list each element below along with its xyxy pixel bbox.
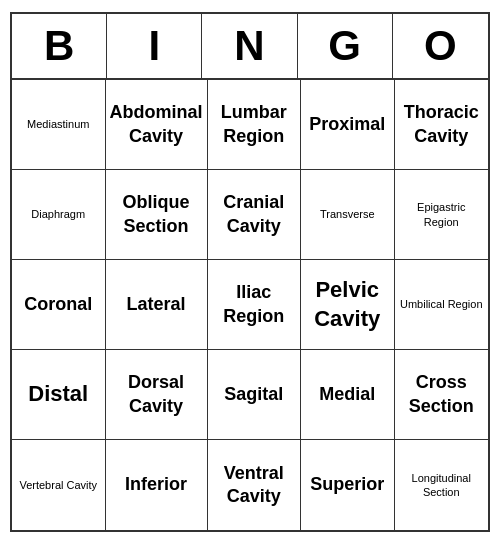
- cell-text: Superior: [310, 473, 384, 496]
- bingo-letter: I: [107, 14, 202, 78]
- bingo-cell: Distal: [12, 350, 106, 440]
- bingo-cell: Coronal: [12, 260, 106, 350]
- bingo-cell: Ventral Cavity: [208, 440, 302, 530]
- bingo-cell: Pelvic Cavity: [301, 260, 395, 350]
- cell-text: Transverse: [320, 207, 375, 221]
- bingo-cell: Diaphragm: [12, 170, 106, 260]
- cell-text: Dorsal Cavity: [110, 371, 203, 418]
- bingo-cell: Longitudinal Section: [395, 440, 489, 530]
- bingo-letter: B: [12, 14, 107, 78]
- bingo-cell: Epigastric Region: [395, 170, 489, 260]
- bingo-cell: Thoracic Cavity: [395, 80, 489, 170]
- cell-text: Coronal: [24, 293, 92, 316]
- bingo-cell: Lumbar Region: [208, 80, 302, 170]
- cell-text: Mediastinum: [27, 117, 89, 131]
- bingo-cell: Medial: [301, 350, 395, 440]
- cell-text: Distal: [28, 380, 88, 409]
- cell-text: Pelvic Cavity: [305, 276, 390, 333]
- bingo-cell: Abdominal Cavity: [106, 80, 208, 170]
- bingo-cell: Mediastinum: [12, 80, 106, 170]
- cell-text: Cross Section: [399, 371, 485, 418]
- cell-text: Sagital: [224, 383, 283, 406]
- cell-text: Cranial Cavity: [212, 191, 297, 238]
- bingo-cell: Superior: [301, 440, 395, 530]
- cell-text: Proximal: [309, 113, 385, 136]
- cell-text: Oblique Section: [110, 191, 203, 238]
- bingo-card: BINGO MediastinumAbdominal CavityLumbar …: [10, 12, 490, 532]
- bingo-cell: Umbilical Region: [395, 260, 489, 350]
- bingo-cell: Iliac Region: [208, 260, 302, 350]
- bingo-letter: N: [202, 14, 297, 78]
- cell-text: Lateral: [126, 293, 185, 316]
- cell-text: Inferior: [125, 473, 187, 496]
- cell-text: Vertebral Cavity: [19, 478, 97, 492]
- cell-text: Longitudinal Section: [399, 471, 485, 500]
- cell-text: Umbilical Region: [400, 297, 483, 311]
- cell-text: Diaphragm: [31, 207, 85, 221]
- bingo-letter: O: [393, 14, 488, 78]
- cell-text: Thoracic Cavity: [399, 101, 485, 148]
- bingo-cell: Sagital: [208, 350, 302, 440]
- bingo-cell: Vertebral Cavity: [12, 440, 106, 530]
- bingo-grid: MediastinumAbdominal CavityLumbar Region…: [12, 80, 488, 530]
- bingo-cell: Transverse: [301, 170, 395, 260]
- cell-text: Abdominal Cavity: [110, 101, 203, 148]
- bingo-letter: G: [298, 14, 393, 78]
- cell-text: Ventral Cavity: [212, 462, 297, 509]
- bingo-cell: Dorsal Cavity: [106, 350, 208, 440]
- cell-text: Iliac Region: [212, 281, 297, 328]
- cell-text: Lumbar Region: [212, 101, 297, 148]
- bingo-cell: Lateral: [106, 260, 208, 350]
- cell-text: Epigastric Region: [399, 200, 485, 229]
- bingo-cell: Cranial Cavity: [208, 170, 302, 260]
- bingo-cell: Cross Section: [395, 350, 489, 440]
- bingo-cell: Inferior: [106, 440, 208, 530]
- bingo-cell: Proximal: [301, 80, 395, 170]
- bingo-cell: Oblique Section: [106, 170, 208, 260]
- bingo-header: BINGO: [12, 14, 488, 80]
- cell-text: Medial: [319, 383, 375, 406]
